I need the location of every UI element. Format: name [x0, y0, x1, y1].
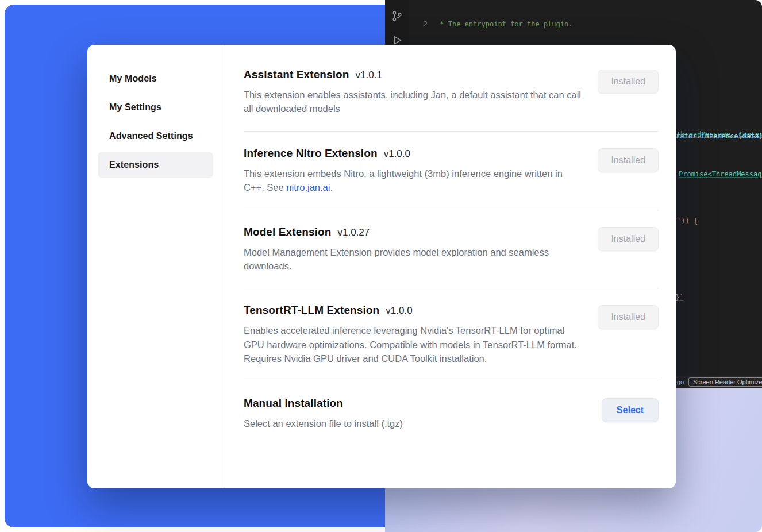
- extension-version: v1.0.1: [356, 70, 382, 81]
- sidebar-item-label: Advanced Settings: [109, 131, 193, 141]
- extension-description: This extension enables assistants, inclu…: [244, 88, 582, 116]
- settings-sidebar: My Models My Settings Advanced Settings …: [87, 45, 224, 488]
- extension-row-nitro: Inference Nitro Extension v1.0.0 This ex…: [244, 132, 659, 210]
- manual-installation-title: Manual Installation: [244, 397, 343, 410]
- code-fragment-promise: Promise<ThreadMessage>: [679, 170, 762, 178]
- extension-text: Assistant Extension v1.0.1 This extensio…: [244, 68, 582, 116]
- status-language-text: go: [677, 379, 684, 385]
- sidebar-item-my-settings[interactable]: My Settings: [98, 94, 213, 121]
- extension-version: v1.0.27: [337, 227, 370, 238]
- extensions-list: Assistant Extension v1.0.1 This extensio…: [224, 45, 676, 488]
- source-control-icon[interactable]: [390, 9, 404, 23]
- extension-title: Assistant Extension: [244, 68, 349, 81]
- installed-button[interactable]: Installed: [598, 227, 659, 251]
- sidebar-item-label: Extensions: [109, 160, 159, 170]
- nitro-jan-ai-link[interactable]: nitro.jan.ai: [286, 182, 330, 192]
- sidebar-item-advanced-settings[interactable]: Advanced Settings: [98, 123, 213, 149]
- manual-installation-row: Manual Installation Select an extension …: [244, 381, 659, 445]
- installed-button[interactable]: Installed: [598, 148, 659, 172]
- extension-version: v1.0.0: [386, 305, 412, 317]
- settings-modal: My Models My Settings Advanced Settings …: [87, 45, 676, 488]
- select-button[interactable]: Select: [602, 398, 659, 422]
- extension-version: v1.0.0: [384, 148, 410, 160]
- extension-row-assistant: Assistant Extension v1.0.1 This extensio…: [244, 53, 659, 132]
- installed-button[interactable]: Installed: [598, 305, 659, 329]
- extension-text: TensortRT-LLM Extension v1.0.0 Enables a…: [244, 304, 582, 365]
- sidebar-item-label: My Models: [109, 74, 157, 84]
- extension-description: Enables accelerated inference leveraging…: [244, 323, 582, 365]
- extension-row-model: Model Extension v1.0.27 Model Management…: [244, 210, 659, 289]
- extension-row-tensorrt-llm: TensortRT-LLM Extension v1.0.0 Enables a…: [244, 288, 659, 381]
- code-comment: * The entrypoint for the plugin.: [436, 20, 572, 29]
- sidebar-item-my-models[interactable]: My Models: [98, 65, 213, 92]
- extension-title: Inference Nitro Extension: [244, 147, 378, 160]
- screen-reader-badge[interactable]: Screen Reader Optimized: [688, 377, 762, 387]
- installed-button[interactable]: Installed: [598, 70, 659, 94]
- extension-description: Model Management Extension provides mode…: [244, 245, 582, 273]
- extension-title: TensortRT-LLM Extension: [244, 304, 379, 317]
- extension-text: Inference Nitro Extension v1.0.0 This ex…: [244, 147, 582, 195]
- line-number: 2: [409, 20, 428, 29]
- extension-description: This extension embeds Nitro, a lightweig…: [244, 167, 582, 195]
- sidebar-item-label: My Settings: [109, 102, 161, 113]
- extension-text: Manual Installation Select an extension …: [244, 397, 582, 430]
- manual-installation-description: Select an extension file to install (.tg…: [244, 417, 582, 430]
- extension-title: Model Extension: [244, 226, 331, 238]
- screenshot-canvas: 2 * The entrypoint for the plugin. 3 */ …: [0, 0, 762, 532]
- code-fragment-brace: ')) {: [677, 217, 698, 225]
- code-fragment-inference: rator.inference(data));: [676, 132, 762, 140]
- code-line: 2 * The entrypoint for the plugin.: [409, 20, 762, 29]
- sidebar-item-extensions[interactable]: Extensions: [98, 152, 213, 178]
- extension-text: Model Extension v1.0.27 Model Management…: [244, 226, 582, 273]
